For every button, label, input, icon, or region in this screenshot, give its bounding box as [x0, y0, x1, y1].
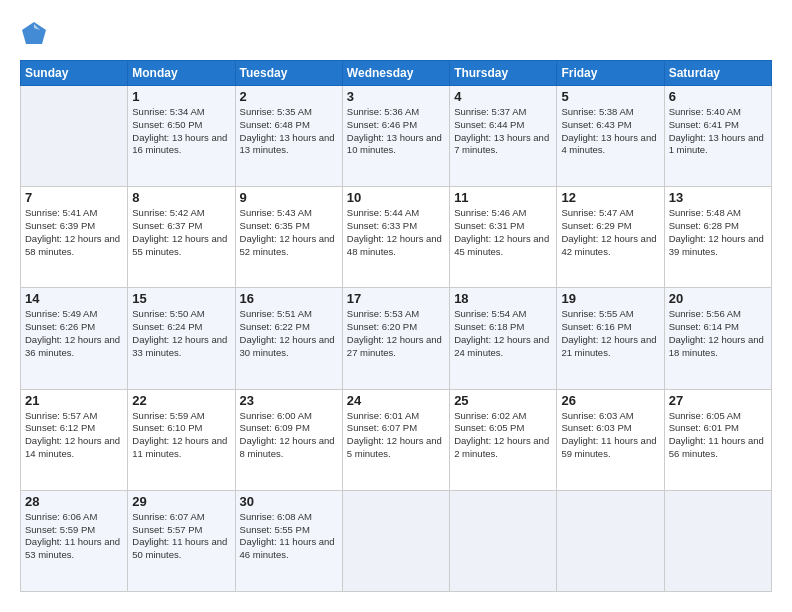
calendar-cell: 19Sunrise: 5:55 AM Sunset: 6:16 PM Dayli…	[557, 288, 664, 389]
calendar-cell: 11Sunrise: 5:46 AM Sunset: 6:31 PM Dayli…	[450, 187, 557, 288]
cell-info: Sunrise: 6:08 AM Sunset: 5:55 PM Dayligh…	[240, 511, 338, 562]
cell-info: Sunrise: 5:51 AM Sunset: 6:22 PM Dayligh…	[240, 308, 338, 359]
cell-info: Sunrise: 5:35 AM Sunset: 6:48 PM Dayligh…	[240, 106, 338, 157]
cell-info: Sunrise: 5:44 AM Sunset: 6:33 PM Dayligh…	[347, 207, 445, 258]
calendar-cell: 2Sunrise: 5:35 AM Sunset: 6:48 PM Daylig…	[235, 86, 342, 187]
day-number: 4	[454, 89, 552, 104]
day-number: 14	[25, 291, 123, 306]
calendar-cell: 27Sunrise: 6:05 AM Sunset: 6:01 PM Dayli…	[664, 389, 771, 490]
cell-info: Sunrise: 5:55 AM Sunset: 6:16 PM Dayligh…	[561, 308, 659, 359]
day-number: 13	[669, 190, 767, 205]
calendar-cell: 23Sunrise: 6:00 AM Sunset: 6:09 PM Dayli…	[235, 389, 342, 490]
calendar-cell: 13Sunrise: 5:48 AM Sunset: 6:28 PM Dayli…	[664, 187, 771, 288]
calendar-cell: 8Sunrise: 5:42 AM Sunset: 6:37 PM Daylig…	[128, 187, 235, 288]
calendar-cell: 15Sunrise: 5:50 AM Sunset: 6:24 PM Dayli…	[128, 288, 235, 389]
cell-info: Sunrise: 5:42 AM Sunset: 6:37 PM Dayligh…	[132, 207, 230, 258]
calendar-cell: 18Sunrise: 5:54 AM Sunset: 6:18 PM Dayli…	[450, 288, 557, 389]
calendar-cell: 29Sunrise: 6:07 AM Sunset: 5:57 PM Dayli…	[128, 490, 235, 591]
calendar-cell: 22Sunrise: 5:59 AM Sunset: 6:10 PM Dayli…	[128, 389, 235, 490]
cell-info: Sunrise: 5:56 AM Sunset: 6:14 PM Dayligh…	[669, 308, 767, 359]
cell-info: Sunrise: 5:57 AM Sunset: 6:12 PM Dayligh…	[25, 410, 123, 461]
day-number: 2	[240, 89, 338, 104]
calendar-week-row: 14Sunrise: 5:49 AM Sunset: 6:26 PM Dayli…	[21, 288, 772, 389]
cell-info: Sunrise: 5:48 AM Sunset: 6:28 PM Dayligh…	[669, 207, 767, 258]
calendar-cell	[557, 490, 664, 591]
cell-info: Sunrise: 5:53 AM Sunset: 6:20 PM Dayligh…	[347, 308, 445, 359]
cell-info: Sunrise: 5:47 AM Sunset: 6:29 PM Dayligh…	[561, 207, 659, 258]
calendar-cell: 7Sunrise: 5:41 AM Sunset: 6:39 PM Daylig…	[21, 187, 128, 288]
calendar-cell: 9Sunrise: 5:43 AM Sunset: 6:35 PM Daylig…	[235, 187, 342, 288]
day-number: 16	[240, 291, 338, 306]
day-number: 7	[25, 190, 123, 205]
calendar-week-row: 28Sunrise: 6:06 AM Sunset: 5:59 PM Dayli…	[21, 490, 772, 591]
day-number: 3	[347, 89, 445, 104]
day-number: 28	[25, 494, 123, 509]
calendar-header-row: SundayMondayTuesdayWednesdayThursdayFrid…	[21, 61, 772, 86]
page: SundayMondayTuesdayWednesdayThursdayFrid…	[0, 0, 792, 612]
day-number: 26	[561, 393, 659, 408]
cell-info: Sunrise: 5:54 AM Sunset: 6:18 PM Dayligh…	[454, 308, 552, 359]
column-header-tuesday: Tuesday	[235, 61, 342, 86]
column-header-friday: Friday	[557, 61, 664, 86]
cell-info: Sunrise: 5:46 AM Sunset: 6:31 PM Dayligh…	[454, 207, 552, 258]
day-number: 17	[347, 291, 445, 306]
calendar-week-row: 7Sunrise: 5:41 AM Sunset: 6:39 PM Daylig…	[21, 187, 772, 288]
day-number: 18	[454, 291, 552, 306]
cell-info: Sunrise: 5:43 AM Sunset: 6:35 PM Dayligh…	[240, 207, 338, 258]
calendar-cell	[664, 490, 771, 591]
calendar-cell: 26Sunrise: 6:03 AM Sunset: 6:03 PM Dayli…	[557, 389, 664, 490]
calendar-cell	[450, 490, 557, 591]
day-number: 24	[347, 393, 445, 408]
cell-info: Sunrise: 5:49 AM Sunset: 6:26 PM Dayligh…	[25, 308, 123, 359]
day-number: 12	[561, 190, 659, 205]
calendar-cell: 28Sunrise: 6:06 AM Sunset: 5:59 PM Dayli…	[21, 490, 128, 591]
day-number: 30	[240, 494, 338, 509]
cell-info: Sunrise: 6:07 AM Sunset: 5:57 PM Dayligh…	[132, 511, 230, 562]
calendar-cell: 4Sunrise: 5:37 AM Sunset: 6:44 PM Daylig…	[450, 86, 557, 187]
day-number: 6	[669, 89, 767, 104]
calendar-cell: 5Sunrise: 5:38 AM Sunset: 6:43 PM Daylig…	[557, 86, 664, 187]
cell-info: Sunrise: 5:38 AM Sunset: 6:43 PM Dayligh…	[561, 106, 659, 157]
calendar-table: SundayMondayTuesdayWednesdayThursdayFrid…	[20, 60, 772, 592]
calendar-cell: 30Sunrise: 6:08 AM Sunset: 5:55 PM Dayli…	[235, 490, 342, 591]
calendar-cell: 1Sunrise: 5:34 AM Sunset: 6:50 PM Daylig…	[128, 86, 235, 187]
day-number: 1	[132, 89, 230, 104]
calendar-cell: 12Sunrise: 5:47 AM Sunset: 6:29 PM Dayli…	[557, 187, 664, 288]
calendar-cell: 3Sunrise: 5:36 AM Sunset: 6:46 PM Daylig…	[342, 86, 449, 187]
cell-info: Sunrise: 6:05 AM Sunset: 6:01 PM Dayligh…	[669, 410, 767, 461]
header	[20, 20, 772, 48]
day-number: 20	[669, 291, 767, 306]
calendar-cell	[21, 86, 128, 187]
day-number: 5	[561, 89, 659, 104]
calendar-cell: 25Sunrise: 6:02 AM Sunset: 6:05 PM Dayli…	[450, 389, 557, 490]
cell-info: Sunrise: 5:37 AM Sunset: 6:44 PM Dayligh…	[454, 106, 552, 157]
calendar-cell: 14Sunrise: 5:49 AM Sunset: 6:26 PM Dayli…	[21, 288, 128, 389]
column-header-wednesday: Wednesday	[342, 61, 449, 86]
cell-info: Sunrise: 5:41 AM Sunset: 6:39 PM Dayligh…	[25, 207, 123, 258]
calendar-week-row: 1Sunrise: 5:34 AM Sunset: 6:50 PM Daylig…	[21, 86, 772, 187]
day-number: 19	[561, 291, 659, 306]
calendar-cell: 20Sunrise: 5:56 AM Sunset: 6:14 PM Dayli…	[664, 288, 771, 389]
day-number: 25	[454, 393, 552, 408]
calendar-cell: 24Sunrise: 6:01 AM Sunset: 6:07 PM Dayli…	[342, 389, 449, 490]
cell-info: Sunrise: 6:03 AM Sunset: 6:03 PM Dayligh…	[561, 410, 659, 461]
cell-info: Sunrise: 6:06 AM Sunset: 5:59 PM Dayligh…	[25, 511, 123, 562]
cell-info: Sunrise: 5:50 AM Sunset: 6:24 PM Dayligh…	[132, 308, 230, 359]
column-header-monday: Monday	[128, 61, 235, 86]
cell-info: Sunrise: 5:40 AM Sunset: 6:41 PM Dayligh…	[669, 106, 767, 157]
cell-info: Sunrise: 5:59 AM Sunset: 6:10 PM Dayligh…	[132, 410, 230, 461]
cell-info: Sunrise: 6:02 AM Sunset: 6:05 PM Dayligh…	[454, 410, 552, 461]
day-number: 22	[132, 393, 230, 408]
column-header-sunday: Sunday	[21, 61, 128, 86]
day-number: 9	[240, 190, 338, 205]
cell-info: Sunrise: 6:00 AM Sunset: 6:09 PM Dayligh…	[240, 410, 338, 461]
cell-info: Sunrise: 5:36 AM Sunset: 6:46 PM Dayligh…	[347, 106, 445, 157]
column-header-saturday: Saturday	[664, 61, 771, 86]
cell-info: Sunrise: 6:01 AM Sunset: 6:07 PM Dayligh…	[347, 410, 445, 461]
cell-info: Sunrise: 5:34 AM Sunset: 6:50 PM Dayligh…	[132, 106, 230, 157]
calendar-cell	[342, 490, 449, 591]
calendar-cell: 21Sunrise: 5:57 AM Sunset: 6:12 PM Dayli…	[21, 389, 128, 490]
day-number: 29	[132, 494, 230, 509]
calendar-cell: 17Sunrise: 5:53 AM Sunset: 6:20 PM Dayli…	[342, 288, 449, 389]
calendar-cell: 10Sunrise: 5:44 AM Sunset: 6:33 PM Dayli…	[342, 187, 449, 288]
